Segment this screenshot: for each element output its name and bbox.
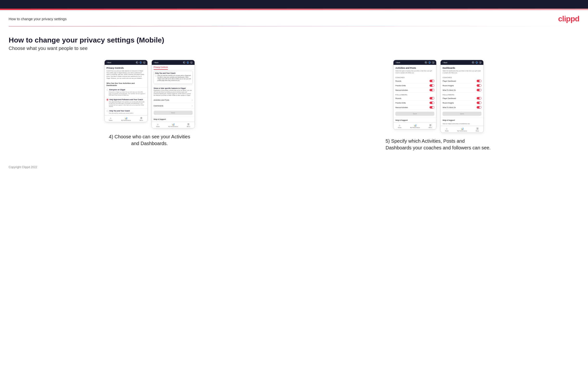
playerdash-coach-toggle[interactable] [477, 80, 482, 82]
rounds-follower-toggle[interactable] [430, 97, 434, 100]
roundinsights-coach-toggle[interactable] [477, 84, 482, 87]
toggle-rounds-follower[interactable]: Rounds [393, 96, 436, 101]
activities-posts-row[interactable]: Activities and Posts › [152, 97, 195, 103]
toggle-practice-follower[interactable]: Practice Drills [393, 101, 436, 105]
rounds-coach-toggle[interactable] [430, 80, 434, 82]
playerdash-follower-label: Player Dashboard [442, 98, 456, 99]
performance-icon-3: 📊 [414, 124, 416, 126]
nav-home-3[interactable]: ⌂ Home [398, 124, 401, 128]
toggle-roundinsights-coach[interactable]: Round Insights [441, 83, 483, 88]
radio-coach-only [106, 110, 108, 112]
dashboards-screen-desc: Select the dashboards that you'd like to… [441, 70, 483, 75]
save-button-2[interactable]: Save [154, 111, 193, 115]
nav-home-4[interactable]: ⌂ Home [445, 127, 449, 132]
chevron-left-icon-3: ‹ [395, 62, 396, 63]
topbar-icons-3: 🔍 👤 ⚙ [425, 61, 434, 64]
popup-option-1: Only you and the coaches you connect wit… [155, 75, 191, 82]
toggle-playerdash-follower[interactable]: Player Dashboard [441, 96, 483, 101]
top-bar [0, 0, 588, 9]
option-followers[interactable]: Only Approved Followers and Your Coach O… [105, 98, 147, 109]
nav-home-1[interactable]: ⌂ Home [109, 117, 112, 121]
back-button-3[interactable]: ‹ Back [395, 62, 400, 63]
settings-icon-1[interactable]: ⚙ [143, 61, 146, 64]
menu-icon-1: ☰ [140, 117, 142, 119]
dashboards-screen-title: Dashboards [441, 65, 483, 70]
nav-menu-4[interactable]: ☰ Menu [476, 127, 479, 132]
coaches-label-4: COACHES [441, 75, 483, 79]
rounds-follower-label: Rounds [395, 98, 401, 99]
search-icon-1[interactable]: 🔍 [136, 61, 138, 64]
nav-performance-3[interactable]: 📊 My Performance [410, 124, 420, 128]
phone-body-2: Privacy Controls Only You and Your Coach… [152, 65, 195, 122]
settings-icon-4[interactable]: ⚙ [479, 61, 482, 64]
option-everyone[interactable]: Everyone on Clippd Everyone on Clippd ca… [105, 88, 147, 98]
person-icon-4[interactable]: 👤 [476, 61, 478, 64]
page-subheading: Choose what you want people to see [9, 46, 579, 51]
search-icon-4[interactable]: 🔍 [472, 61, 474, 64]
dashboards-row[interactable]: Dashboards › [152, 103, 195, 109]
nav-menu-2[interactable]: ☰ Menu [187, 123, 190, 127]
option-coach-only-title: Only You and Your Coach [106, 110, 146, 112]
home-label-2: Home [156, 126, 160, 127]
person-icon-2[interactable]: 👤 [187, 61, 189, 64]
back-button-4[interactable]: ‹ Back [442, 62, 447, 63]
performance-icon-4: 📊 [461, 127, 464, 130]
manual-coach-toggle[interactable] [430, 89, 434, 91]
back-button-2[interactable]: ‹ Back [154, 62, 158, 63]
help-support-desc-4: Visit our Clippd community to troublesho… [441, 123, 483, 126]
phone-screen-2: ‹ Back 🔍 👤 ⚙ Privacy Controls [152, 60, 195, 128]
nav-performance-2[interactable]: 📊 My Performance [168, 123, 178, 127]
practice-coach-toggle[interactable] [430, 84, 434, 87]
save-button-4[interactable]: Save [442, 112, 482, 116]
whattowork-coach-toggle[interactable] [477, 89, 482, 91]
phone-topbar-3: ‹ Back 🔍 👤 ⚙ [393, 60, 436, 65]
back-label-1: Back [107, 62, 111, 63]
person-icon-3[interactable]: 👤 [428, 61, 431, 64]
toggle-whattowork-coach[interactable]: What To Work On [441, 88, 483, 92]
person-icon-1[interactable]: 👤 [139, 61, 142, 64]
nav-performance-1[interactable]: 📊 My Performance [121, 117, 131, 121]
save-button-3[interactable]: Save [395, 112, 434, 116]
option-followers-title: Only Approved Followers and Your Coach [106, 99, 146, 101]
toggle-practice-coach[interactable]: Practice Drills [393, 83, 436, 88]
search-icon-3[interactable]: 🔍 [425, 61, 427, 64]
practice-follower-toggle[interactable] [430, 102, 434, 104]
settings-icon-2[interactable]: ⚙ [190, 61, 193, 64]
roundinsights-follower-toggle[interactable] [477, 102, 482, 104]
activities-posts-screen-desc: Select the types of activity that you'd … [393, 70, 436, 75]
option-coach-only[interactable]: Only You and Your Coach Only you and the… [105, 109, 147, 116]
popup-divider [154, 85, 193, 85]
search-icon-2[interactable]: 🔍 [183, 61, 185, 64]
nav-menu-3[interactable]: ☰ Menu [429, 124, 432, 128]
toggle-playerdash-coach[interactable]: Player Dashboard [441, 79, 483, 83]
toggle-whattowork-follower[interactable]: What To Work On [441, 105, 483, 110]
back-label-3: Back [397, 62, 400, 63]
whattowork-coach-label: What To Work On [442, 89, 456, 91]
toggle-manual-follower[interactable]: Manual Activities [393, 105, 436, 110]
whattowork-follower-toggle[interactable] [477, 106, 482, 108]
tab-bar-2: Privacy Controls [152, 65, 195, 70]
menu-label-2: Menu [187, 126, 190, 127]
header: How to change your privacy settings clip… [0, 10, 588, 26]
nav-home-2[interactable]: ⌂ Home [156, 123, 160, 127]
back-button-1[interactable]: ‹ Back [106, 62, 111, 63]
settings-icon-3[interactable]: ⚙ [432, 61, 434, 64]
performance-icon-1: 📊 [125, 117, 128, 119]
nav-menu-1[interactable]: ☰ Menu [140, 117, 143, 121]
chevron-left-icon: ‹ [106, 62, 107, 63]
toggle-manual-coach[interactable]: Manual Activities [393, 88, 436, 92]
manual-follower-toggle[interactable] [430, 106, 434, 108]
privacy-controls-tab[interactable]: Privacy Controls [154, 65, 168, 70]
nav-performance-4[interactable]: 📊 My Performance [458, 127, 467, 132]
popup-title: Only You and Your Coach [155, 72, 191, 74]
phone-body-1: Privacy Controls Control how you and you… [105, 65, 147, 115]
topbar-icons-2: 🔍 👤 ⚙ [183, 61, 193, 64]
copyright: Copyright Clippd 2022 [0, 166, 588, 174]
playerdash-follower-toggle[interactable] [477, 97, 482, 100]
manual-follower-label: Manual Activities [395, 107, 408, 108]
radio-followers [106, 99, 108, 101]
phone-body-3: Activities and Posts Select the types of… [393, 65, 436, 123]
toggle-rounds-coach[interactable]: Rounds [393, 79, 436, 83]
home-icon-3: ⌂ [399, 124, 400, 126]
toggle-roundinsights-follower[interactable]: Round Insights [441, 101, 483, 105]
